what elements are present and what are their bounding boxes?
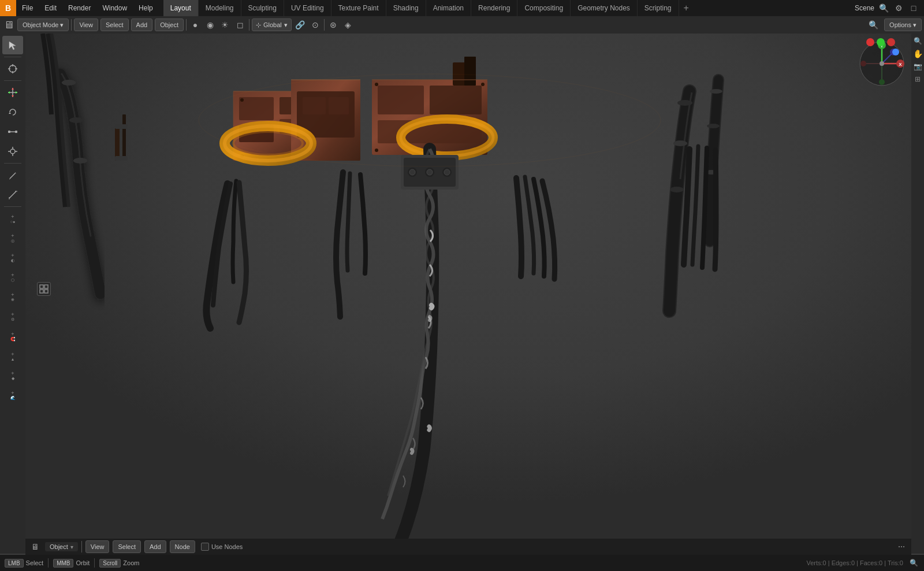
add-menu[interactable]: Add — [131, 18, 153, 31]
blender-logo: B — [0, 0, 16, 16]
tab-rendering[interactable]: Rendering — [471, 0, 517, 16]
dot-red2 — [887, 38, 895, 46]
menu-file[interactable]: File — [16, 0, 39, 16]
right-camera-icon[interactable]: 📷 — [912, 61, 923, 72]
svg-point-71 — [444, 169, 450, 175]
render-wireframe-icon[interactable]: ◻ — [234, 18, 247, 31]
svg-point-58 — [677, 100, 692, 106]
tool-select[interactable] — [2, 36, 23, 54]
status-view: MMB Orbit — [53, 559, 90, 568]
viewport-3d[interactable] — [25, 34, 911, 554]
tool-separator-1 — [4, 57, 21, 57]
menu-edit[interactable]: Edit — [39, 0, 62, 16]
render-rendered-icon[interactable]: ☀ — [219, 18, 232, 31]
editor-type-icon[interactable]: 🖥 — [2, 18, 15, 31]
options-button[interactable]: Options ▾ — [884, 18, 922, 31]
select-menu[interactable]: Select — [100, 18, 129, 31]
dot-red — [866, 38, 874, 46]
svg-point-94 — [880, 61, 884, 66]
svg-point-51 — [375, 149, 378, 152]
use-nodes-checkbox[interactable] — [201, 543, 209, 551]
tool-add-7[interactable]: +🧲 — [2, 327, 23, 346]
bottom-node-btn[interactable]: Node — [170, 540, 195, 553]
svg-point-15 — [10, 149, 15, 154]
svg-point-26 — [73, 158, 87, 164]
object-mode-dropdown[interactable]: Object Mode ▾ — [17, 18, 69, 31]
menu-window[interactable]: Window — [96, 0, 133, 16]
tool-move[interactable] — [2, 83, 23, 102]
mmb-action: Orbit — [76, 559, 90, 566]
render-solid-icon[interactable]: ● — [189, 18, 202, 31]
expand-icon[interactable]: □ — [908, 2, 919, 14]
search-icon[interactable]: 🔍 — [878, 2, 889, 14]
add-workspace-button[interactable]: + — [679, 0, 694, 16]
svg-marker-7 — [12, 88, 14, 90]
tab-sculpting[interactable]: Sculpting — [241, 0, 284, 16]
status-sep-2 — [94, 558, 95, 568]
settings-icon[interactable]: ⚙ — [893, 2, 904, 14]
right-search-icon[interactable]: 🔍 — [912, 36, 923, 46]
svg-point-93 — [879, 79, 885, 85]
menu-help[interactable]: Help — [133, 0, 159, 16]
box-mode-icon[interactable] — [37, 282, 51, 296]
tab-texture-paint[interactable]: Texture Paint — [331, 0, 386, 16]
tab-layout[interactable]: Layout — [163, 0, 199, 16]
menu-render[interactable]: Render — [62, 0, 96, 16]
tool-transform[interactable] — [2, 142, 23, 161]
view-menu[interactable]: View — [74, 18, 98, 31]
tool-add-9[interactable]: +◆ — [2, 366, 23, 385]
svg-rect-44 — [378, 86, 424, 114]
transform-space-selector[interactable]: ⊹ Global ▾ — [252, 18, 292, 31]
bottom-add-btn[interactable]: Add — [144, 540, 166, 553]
tool-add-1[interactable]: +○● — [2, 209, 23, 228]
right-grid-icon[interactable]: ⊞ — [912, 74, 923, 84]
tab-geometry-nodes[interactable]: Geometry Nodes — [571, 0, 638, 16]
tab-shading[interactable]: Shading — [386, 0, 426, 16]
tool-add-6[interactable]: +⚙ — [2, 307, 23, 326]
tool-add-10[interactable]: +🌊 — [2, 386, 23, 405]
svg-point-24 — [62, 80, 76, 86]
scene-label: Scene — [855, 4, 874, 12]
tool-scale[interactable] — [2, 123, 23, 141]
tool-add-4[interactable]: +⬡ — [2, 268, 23, 287]
viewport-canvas[interactable] — [25, 34, 911, 554]
tool-add-8[interactable]: +▲ — [2, 347, 23, 365]
tool-add-3[interactable]: +◐ — [2, 249, 23, 267]
lmb-key: LMB — [5, 559, 24, 568]
snap-icon[interactable]: 🔗 — [294, 18, 307, 31]
object-menu[interactable]: Object — [155, 18, 184, 31]
svg-rect-29 — [239, 97, 274, 120]
left-toolbar: +○● +◎ +◐ +⬡ +❋ +⚙ +🧲 +▲ +◆ +🌊 — [0, 34, 25, 554]
tool-add-5[interactable]: +❋ — [2, 288, 23, 306]
svg-marker-9 — [8, 91, 10, 94]
tab-animation[interactable]: Animation — [426, 0, 471, 16]
tool-annotate[interactable] — [2, 166, 23, 184]
scene-svg — [25, 34, 911, 554]
proportional-edit-icon[interactable]: ⊙ — [309, 18, 322, 31]
render-material-icon[interactable]: ◉ — [204, 18, 217, 31]
xray-icon[interactable]: ◈ — [342, 18, 355, 31]
tool-add-2[interactable]: +◎ — [2, 229, 23, 247]
tab-uv-editing[interactable]: UV Editing — [284, 0, 331, 16]
viewport-editor-icon[interactable]: 🖥 — [29, 540, 42, 553]
bottom-statusbar: LMB Select MMB Orbit Scroll Zoom Verts:0… — [0, 555, 924, 571]
overlay-icon[interactable]: ⊛ — [327, 18, 340, 31]
svg-text:X: X — [899, 62, 902, 67]
separator-2 — [186, 19, 187, 31]
svg-rect-80 — [44, 290, 48, 293]
bottom-select-btn[interactable]: Select — [113, 540, 141, 553]
workspace-tabs: Layout Modeling Sculpting UV Editing Tex… — [163, 0, 694, 16]
object-mode-indicator[interactable]: Object ▾ — [45, 542, 78, 551]
tab-compositing[interactable]: Compositing — [517, 0, 571, 16]
bottom-view-btn[interactable]: View — [85, 540, 110, 553]
tool-rotate[interactable] — [2, 103, 23, 121]
viewport-bottom-right: ⋯ — [895, 540, 908, 553]
status-right-icon[interactable]: 🔍 — [908, 557, 919, 569]
frame-range-icon[interactable]: ⋯ — [895, 540, 908, 553]
search-viewport-icon[interactable]: 🔍 — [867, 18, 880, 31]
tab-modeling[interactable]: Modeling — [199, 0, 241, 16]
tool-cursor[interactable] — [2, 60, 23, 78]
tab-scripting[interactable]: Scripting — [638, 0, 679, 16]
right-hand-icon[interactable]: ✋ — [912, 49, 923, 59]
tool-measure[interactable] — [2, 186, 23, 204]
